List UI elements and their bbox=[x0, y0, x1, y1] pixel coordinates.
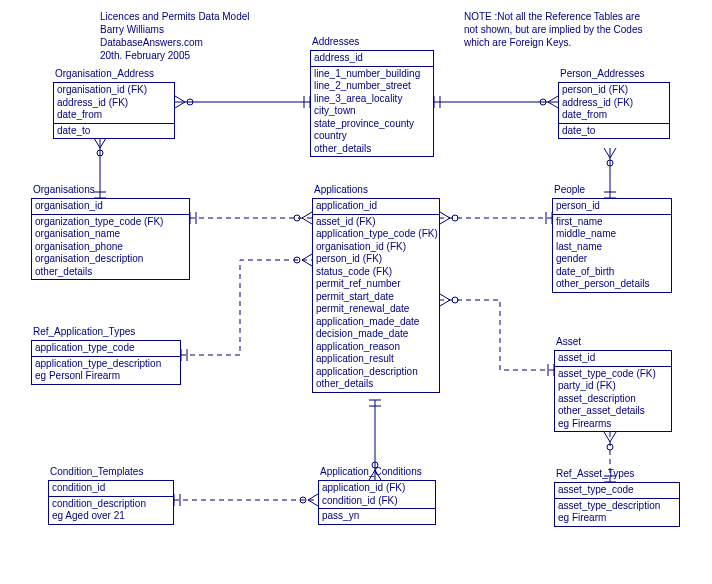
entity-ref-application-types: application_type_code application_type_d… bbox=[31, 340, 181, 385]
pk-field: person_id (FK) bbox=[562, 84, 666, 97]
attr-field: asset_id (FK) bbox=[316, 216, 436, 229]
attr-field: city_town bbox=[314, 105, 430, 118]
pk-field: condition_id (FK) bbox=[322, 495, 432, 508]
attr-field: line_1_number_building bbox=[314, 68, 430, 81]
entity-title-organisations: Organisations bbox=[31, 184, 97, 195]
attr-field: party_id (FK) bbox=[558, 380, 668, 393]
attr-field: eg Firearms bbox=[558, 418, 668, 431]
attr-field: application_reason bbox=[316, 341, 436, 354]
attr-field: other_person_details bbox=[556, 278, 668, 291]
attr-field: gender bbox=[556, 253, 668, 266]
attr-field: permit_ref_number bbox=[316, 278, 436, 291]
svg-point-7 bbox=[452, 297, 458, 303]
attr-field: date_to bbox=[57, 125, 171, 138]
svg-point-1 bbox=[540, 99, 546, 105]
attr-field: condition_description bbox=[52, 498, 170, 511]
pk-field: asset_type_code bbox=[558, 484, 676, 497]
attr-field: country bbox=[314, 130, 430, 143]
attr-field: permit_start_date bbox=[316, 291, 436, 304]
attr-field: pass_yn bbox=[322, 510, 432, 523]
attr-field: middle_name bbox=[556, 228, 668, 241]
pk-field: application_type_code bbox=[35, 342, 177, 355]
attr-field: person_id (FK) bbox=[316, 253, 436, 266]
entity-organisations: organisation_id organization_type_code (… bbox=[31, 198, 190, 280]
entity-asset: asset_id asset_type_code (FK) party_id (… bbox=[554, 350, 672, 432]
attr-field: organisation_id (FK) bbox=[316, 241, 436, 254]
attr-field: other_asset_details bbox=[558, 405, 668, 418]
attr-field: eg Aged over 21 bbox=[52, 510, 170, 523]
pk-field: asset_id bbox=[558, 352, 668, 365]
attr-field: organisation_phone bbox=[35, 241, 186, 254]
svg-point-5 bbox=[607, 160, 613, 166]
svg-point-0 bbox=[187, 99, 193, 105]
attr-field: other_details bbox=[316, 378, 436, 391]
attr-field: other_details bbox=[314, 143, 430, 156]
attr-field: organisation_name bbox=[35, 228, 186, 241]
attr-field: asset_type_description bbox=[558, 500, 676, 513]
svg-point-3 bbox=[294, 215, 300, 221]
attr-field: line_3_area_locality bbox=[314, 93, 430, 106]
pk-field: application_id bbox=[316, 200, 436, 213]
attr-field: organisation_description bbox=[35, 253, 186, 266]
attr-field: line_2_number_street bbox=[314, 80, 430, 93]
attr-field: application_type_description bbox=[35, 358, 177, 371]
entity-title-ref-application-types: Ref_Application_Types bbox=[31, 326, 137, 337]
note-line3: which are Foreign Keys. bbox=[464, 36, 571, 49]
entity-title-application-conditions: Application_Conditions bbox=[318, 466, 424, 477]
attr-field: application_description bbox=[316, 366, 436, 379]
header-title: Licences and Permits Data Model bbox=[100, 10, 250, 23]
svg-point-10 bbox=[607, 444, 613, 450]
header-date: 20th. February 2005 bbox=[100, 49, 190, 62]
svg-point-2 bbox=[97, 150, 103, 156]
entity-organisation-address: organisation_id (FK) address_id (FK) dat… bbox=[53, 82, 175, 139]
attr-field: last_name bbox=[556, 241, 668, 254]
entity-title-condition-templates: Condition_Templates bbox=[48, 466, 145, 477]
attr-field: decision_made_date bbox=[316, 328, 436, 341]
entity-title-ref-asset-types: Ref_Asset_Types bbox=[554, 468, 636, 479]
entity-title-people: People bbox=[552, 184, 587, 195]
entity-addresses: address_id line_1_number_building line_2… bbox=[310, 50, 434, 157]
pk-field: address_id (FK) bbox=[562, 97, 666, 110]
entity-ref-asset-types: asset_type_code asset_type_description e… bbox=[554, 482, 680, 527]
attr-field: application_type_code (FK) bbox=[316, 228, 436, 241]
entity-title-person-addresses: Person_Addresses bbox=[558, 68, 647, 79]
entity-applications: application_id asset_id (FK) application… bbox=[312, 198, 440, 393]
pk-field: date_from bbox=[562, 109, 666, 122]
pk-field: person_id bbox=[556, 200, 668, 213]
entity-title-addresses: Addresses bbox=[310, 36, 361, 47]
pk-field: address_id (FK) bbox=[57, 97, 171, 110]
header-site: DatabaseAnswers.com bbox=[100, 36, 203, 49]
attr-field: application_made_date bbox=[316, 316, 436, 329]
attr-field: permit_renewal_date bbox=[316, 303, 436, 316]
pk-field: organisation_id bbox=[35, 200, 186, 213]
attr-field: state_province_county bbox=[314, 118, 430, 131]
svg-point-9 bbox=[300, 497, 306, 503]
attr-field: first_name bbox=[556, 216, 668, 229]
pk-field: address_id bbox=[314, 52, 430, 65]
entity-person-addresses: person_id (FK) address_id (FK) date_from… bbox=[558, 82, 670, 139]
entity-application-conditions: application_id (FK) condition_id (FK) pa… bbox=[318, 480, 436, 525]
attr-field: asset_type_code (FK) bbox=[558, 368, 668, 381]
pk-field: application_id (FK) bbox=[322, 482, 432, 495]
attr-field: organization_type_code (FK) bbox=[35, 216, 186, 229]
attr-field: application_result bbox=[316, 353, 436, 366]
pk-field: organisation_id (FK) bbox=[57, 84, 171, 97]
entity-people: person_id first_name middle_name last_na… bbox=[552, 198, 672, 293]
pk-field: condition_id bbox=[52, 482, 170, 495]
attr-field: other_details bbox=[35, 266, 186, 279]
note-line1: NOTE :Not all the Reference Tables are bbox=[464, 10, 640, 23]
entity-title-applications: Applications bbox=[312, 184, 370, 195]
attr-field: date_of_birth bbox=[556, 266, 668, 279]
note-line2: not shown, but are implied by the Codes bbox=[464, 23, 642, 36]
header-author: Barry Williams bbox=[100, 23, 164, 36]
attr-field: status_code (FK) bbox=[316, 266, 436, 279]
attr-field: date_to bbox=[562, 125, 666, 138]
svg-point-4 bbox=[452, 215, 458, 221]
attr-field: eg Personl Firearm bbox=[35, 370, 177, 383]
pk-field: date_from bbox=[57, 109, 171, 122]
entity-title-organisation-address: Organisation_Address bbox=[53, 68, 156, 79]
entity-title-asset: Asset bbox=[554, 336, 583, 347]
attr-field: asset_description bbox=[558, 393, 668, 406]
svg-point-6 bbox=[294, 257, 300, 263]
entity-condition-templates: condition_id condition_description eg Ag… bbox=[48, 480, 174, 525]
